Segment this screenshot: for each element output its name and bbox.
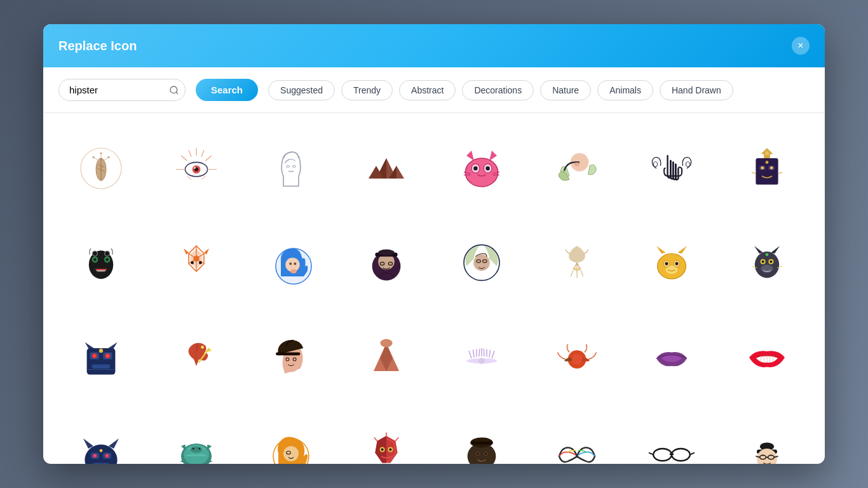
list-item[interactable]: [439, 411, 524, 464]
svg-point-44: [574, 162, 580, 166]
icon-red-lips: [742, 333, 792, 384]
list-item[interactable]: [630, 221, 715, 306]
filter-abstract[interactable]: Abstract: [399, 80, 456, 100]
list-item[interactable]: [249, 411, 334, 464]
svg-line-150: [492, 351, 494, 358]
search-icon-button[interactable]: [169, 85, 179, 95]
svg-marker-109: [771, 246, 780, 254]
svg-line-24: [187, 176, 191, 180]
svg-marker-75: [204, 248, 209, 255]
svg-rect-128: [92, 365, 110, 369]
list-item[interactable]: [344, 316, 429, 402]
list-item[interactable]: [344, 221, 429, 306]
list-item[interactable]: [154, 221, 239, 306]
list-item[interactable]: [154, 126, 239, 211]
svg-marker-159: [109, 438, 119, 449]
svg-rect-166: [93, 463, 109, 464]
list-item[interactable]: [249, 316, 334, 402]
list-item[interactable]: [724, 126, 810, 211]
icon-black-glasses: [646, 428, 697, 464]
list-item[interactable]: [724, 316, 810, 402]
icon-hand-laurel: [646, 143, 697, 194]
filter-suggested[interactable]: Suggested: [268, 80, 335, 100]
list-item[interactable]: [344, 126, 429, 211]
list-item[interactable]: [439, 126, 524, 211]
replace-icon-modal: Replace Icon × Search Suggested Trendy A…: [43, 24, 825, 464]
svg-line-96: [571, 270, 573, 276]
icon-grid-container: [43, 113, 825, 464]
list-item[interactable]: [724, 411, 810, 464]
icon-wide-hat: [456, 428, 507, 464]
svg-point-52: [761, 166, 764, 170]
svg-point-60: [93, 258, 97, 261]
list-item[interactable]: [534, 221, 620, 306]
search-input[interactable]: [58, 79, 186, 101]
svg-point-0: [170, 86, 177, 93]
list-item[interactable]: [154, 316, 239, 402]
list-item[interactable]: [58, 411, 144, 464]
filter-hand-drawn[interactable]: Hand Drawn: [660, 80, 733, 100]
svg-rect-134: [276, 353, 300, 356]
filter-trendy[interactable]: Trendy: [341, 80, 393, 100]
search-button[interactable]: Search: [196, 79, 258, 101]
list-item[interactable]: [58, 126, 144, 211]
svg-point-95: [578, 267, 581, 270]
list-item[interactable]: [439, 316, 524, 402]
svg-marker-100: [678, 246, 687, 254]
svg-point-199: [654, 449, 672, 461]
svg-point-27: [293, 165, 296, 167]
close-button[interactable]: ×: [792, 37, 810, 55]
list-item[interactable]: [249, 126, 334, 211]
svg-point-198: [485, 453, 487, 455]
svg-line-55: [752, 172, 756, 173]
list-item[interactable]: [630, 316, 715, 402]
svg-point-86: [378, 249, 395, 255]
list-item[interactable]: [630, 411, 715, 464]
svg-point-180: [283, 446, 299, 461]
list-item[interactable]: [534, 316, 620, 402]
filter-nature[interactable]: Nature: [540, 80, 591, 100]
svg-point-81: [294, 262, 297, 265]
list-item[interactable]: [58, 316, 144, 402]
svg-point-188: [390, 449, 392, 451]
list-item[interactable]: [344, 411, 429, 464]
list-item[interactable]: [58, 221, 144, 306]
search-wrapper: [58, 79, 186, 101]
svg-point-65: [104, 251, 109, 256]
svg-point-53: [770, 166, 773, 170]
svg-line-149: [489, 350, 491, 358]
icon-grid: [58, 126, 810, 464]
list-item[interactable]: [534, 411, 620, 464]
filter-decorations[interactable]: Decorations: [462, 80, 534, 100]
list-item[interactable]: [630, 126, 715, 211]
filter-tags: Suggested Trendy Abstract Decorations Na…: [268, 80, 733, 100]
list-item[interactable]: [249, 221, 334, 306]
icon-hipster-man: [361, 238, 412, 289]
icon-blue-hair-woman: [266, 238, 316, 289]
icon-eye-rays: [171, 143, 222, 194]
svg-point-37: [473, 166, 477, 170]
svg-point-71: [193, 255, 200, 262]
svg-point-141: [478, 358, 485, 365]
svg-point-116: [766, 253, 769, 256]
svg-line-98: [581, 270, 583, 276]
svg-point-114: [762, 260, 764, 262]
list-item[interactable]: [439, 221, 524, 306]
icon-jackal: [742, 238, 792, 289]
icon-eye-lashes: [456, 333, 507, 384]
filter-animals[interactable]: Animals: [597, 80, 653, 100]
icon-mystic-face: [742, 143, 792, 194]
list-item[interactable]: [724, 221, 810, 306]
icon-mech-cat: [76, 333, 126, 384]
svg-rect-194: [470, 442, 492, 445]
modal-toolbar: Search Suggested Trendy Abstract Decorat…: [43, 67, 825, 113]
icon-woman-leaves: [552, 143, 602, 194]
svg-line-147: [484, 349, 484, 356]
svg-point-169: [106, 455, 108, 457]
svg-line-17: [205, 156, 212, 161]
list-item[interactable]: [154, 411, 239, 464]
modal-title: Replace Icon: [58, 39, 137, 53]
list-item[interactable]: [534, 126, 620, 211]
svg-point-165: [99, 449, 102, 452]
modal-overlay: Replace Icon × Search Suggested Trendy A…: [0, 0, 868, 488]
